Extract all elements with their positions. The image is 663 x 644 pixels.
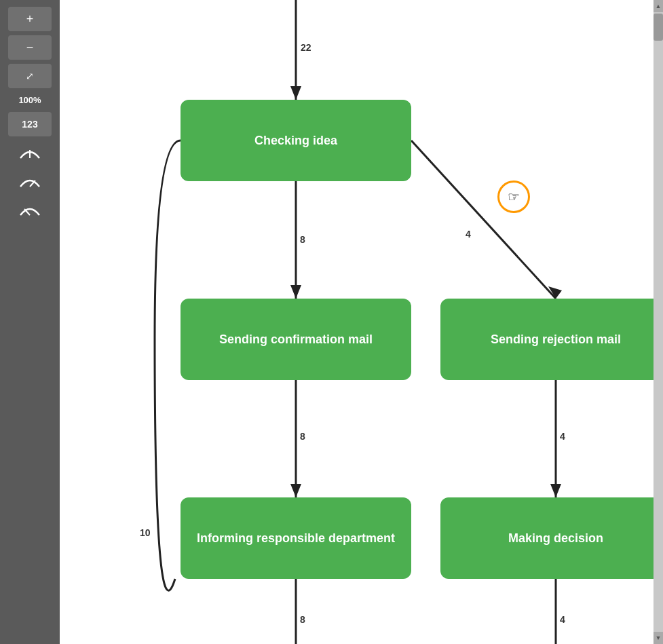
svg-marker-4 [290, 86, 301, 100]
canvas-area[interactable]: 22 8 4 8 4 10 8 4 Checking idea [60, 0, 653, 644]
svg-text:8: 8 [300, 614, 305, 625]
cursor-indicator: ☞ [497, 181, 530, 213]
sending-confirmation-node[interactable]: Sending confirmation mail [181, 299, 411, 380]
scroll-thumb[interactable] [653, 14, 663, 41]
scroll-down-button[interactable]: ▼ [653, 632, 663, 644]
svg-text:8: 8 [300, 234, 305, 245]
svg-marker-16 [550, 484, 561, 497]
svg-text:22: 22 [301, 42, 311, 53]
svg-text:4: 4 [466, 229, 471, 240]
making-decision-label: Making decision [508, 531, 603, 546]
gauge1-icon[interactable] [8, 140, 52, 165]
scroll-track[interactable] [653, 12, 663, 632]
sidebar: + − ⤢ 100% 123 [0, 0, 60, 644]
hand-cursor-icon: ☞ [508, 189, 520, 205]
gauge2-icon[interactable] [8, 169, 52, 193]
informing-dept-node[interactable]: Informing responsible department [181, 497, 411, 579]
data-button[interactable]: 123 [8, 112, 52, 136]
sending-confirmation-label: Sending confirmation mail [219, 333, 373, 347]
fit-button[interactable]: ⤢ [8, 64, 52, 88]
zoom-out-button[interactable]: − [8, 35, 52, 60]
svg-text:10: 10 [140, 527, 151, 538]
scrollbar-right[interactable]: ▲ ▼ [653, 0, 663, 644]
making-decision-node[interactable]: Making decision [440, 497, 653, 579]
svg-line-9 [411, 140, 556, 299]
scroll-up-button[interactable]: ▲ [653, 0, 663, 12]
zoom-level: 100% [18, 95, 41, 105]
svg-marker-7 [290, 285, 301, 299]
svg-text:4: 4 [560, 431, 565, 442]
zoom-in-button[interactable]: + [8, 7, 52, 31]
svg-text:8: 8 [300, 431, 305, 442]
checking-idea-node[interactable]: Checking idea [181, 100, 411, 181]
svg-text:4: 4 [560, 614, 565, 625]
informing-dept-label: Informing responsible department [197, 531, 395, 546]
gauge3-icon[interactable] [8, 197, 52, 222]
sending-rejection-label: Sending rejection mail [491, 333, 621, 347]
sending-rejection-node[interactable]: Sending rejection mail [440, 299, 653, 380]
svg-marker-10 [548, 286, 562, 299]
checking-idea-label: Checking idea [254, 134, 337, 148]
svg-marker-13 [290, 484, 301, 497]
